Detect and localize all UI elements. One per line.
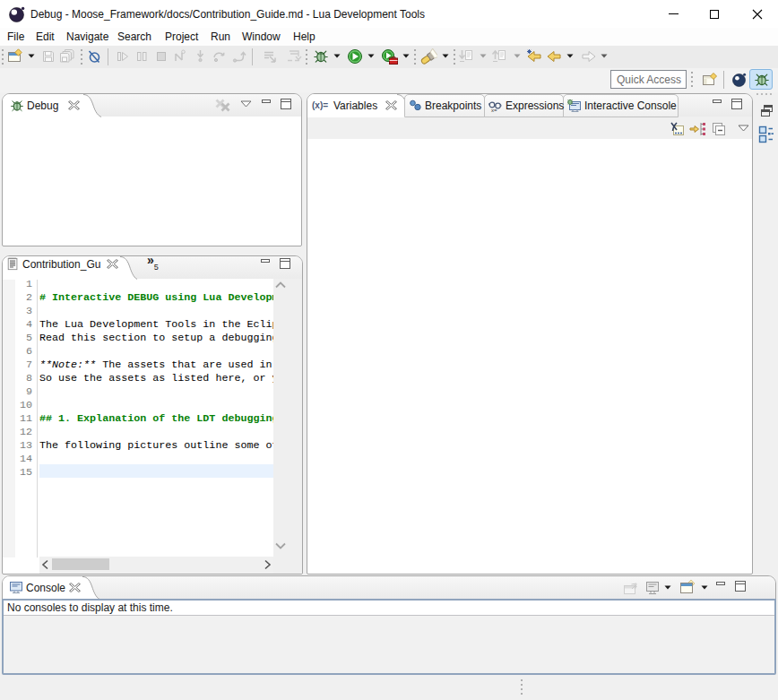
svg-text:x=: x= (491, 108, 497, 113)
